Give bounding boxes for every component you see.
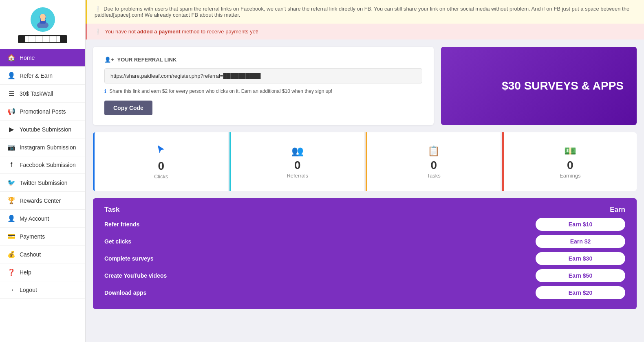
sidebar-label-payments: Payments xyxy=(20,233,45,240)
earnings-header: Task Earn xyxy=(93,198,637,218)
sidebar-icon-help: ❓ xyxy=(7,268,15,276)
task-name-3: Create YouTube videos xyxy=(104,272,167,279)
sidebar-item-home[interactable]: 🏠Home xyxy=(0,49,85,67)
sidebar-icon-cashout: 💰 xyxy=(7,250,15,258)
banner-text: $30 SURVEYS & APPS xyxy=(502,79,624,92)
earnings-row-1: Get clicks Earn $2 xyxy=(104,235,625,248)
stat-card-referrals: 👥 0 Referrals xyxy=(229,132,364,191)
referral-info: ℹ Share this link and earn $2 for every … xyxy=(104,88,422,94)
sidebar-item-taskwall[interactable]: ☰30$ TaskWall xyxy=(0,85,85,103)
sidebar-label-cashout: Cashout xyxy=(20,251,41,258)
tasks-value: 0 xyxy=(430,159,437,172)
earnings-rows: Refer friends Earn $10 Get clicks Earn $… xyxy=(93,218,637,309)
sidebar-label-help: Help xyxy=(20,269,31,276)
col-earn-header: Earn xyxy=(610,206,625,214)
sidebar-item-refer[interactable]: 👤Refer & Earn xyxy=(0,67,85,85)
payment-warning-bold: added a payment xyxy=(137,28,180,35)
sidebar-label-logout: Logout xyxy=(20,287,37,293)
user-plus-icon: 👤+ xyxy=(104,57,114,63)
earnings-icon: 💵 xyxy=(564,145,576,157)
sidebar-label-facebook: Facebook Submission xyxy=(20,162,76,168)
username-bar: ██████████ xyxy=(18,35,67,43)
copy-code-button[interactable]: Copy Code xyxy=(104,101,152,115)
tasks-label: Tasks xyxy=(427,173,441,179)
stat-card-clicks: 0 Clicks xyxy=(93,132,228,191)
sidebar-label-rewards: Rewards Center xyxy=(20,197,61,204)
sidebar-item-youtube[interactable]: ▶Youtube Submission xyxy=(0,121,85,138)
earn-button-4[interactable]: Earn $20 xyxy=(536,286,625,299)
sidebar-icon-instagram: 📷 xyxy=(7,143,15,151)
sidebar-icon-twitter: 🐦 xyxy=(7,179,15,186)
sidebar-icon-home: 🏠 xyxy=(7,54,15,61)
sidebar-icon-facebook: f xyxy=(7,161,15,169)
referral-banner-row: 👤+ YOUR REFERRAL LINK ℹ Share this link … xyxy=(93,47,637,125)
task-name-4: Download apps xyxy=(104,289,146,296)
task-name-2: Complete surveys xyxy=(104,255,154,262)
clicks-icon xyxy=(155,144,167,158)
sidebar-item-payments[interactable]: 💳Payments xyxy=(0,228,85,246)
surveys-banner: $30 SURVEYS & APPS xyxy=(441,47,637,125)
sidebar-icon-logout: → xyxy=(7,286,15,294)
earnings-row-3: Create YouTube videos Earn $50 xyxy=(104,269,625,282)
sidebar-label-youtube: Youtube Submission xyxy=(20,126,71,133)
sidebar-item-facebook[interactable]: fFacebook Submission xyxy=(0,156,85,174)
sidebar: ██████████ 🏠Home👤Refer & Earn☰30$ TaskWa… xyxy=(0,0,86,342)
referrals-label: Referrals xyxy=(287,173,308,179)
stat-card-earnings: 💵 0 Earnings xyxy=(502,132,637,191)
sidebar-label-promo: Promotional Posts xyxy=(20,108,66,115)
sidebar-label-instagram: Instagram Submission xyxy=(20,144,76,151)
avatar xyxy=(31,7,55,32)
payment-warning-prefix: You have not xyxy=(105,28,137,35)
sidebar-profile: ██████████ xyxy=(0,0,85,49)
earnings-row-2: Complete surveys Earn $30 xyxy=(104,252,625,265)
sidebar-item-account[interactable]: 👤My Account xyxy=(0,210,85,228)
sidebar-icon-youtube: ▶ xyxy=(7,125,15,133)
earn-button-0[interactable]: Earn $10 xyxy=(536,218,625,231)
referrals-icon: 👥 xyxy=(291,145,304,157)
clicks-label: Clicks xyxy=(154,173,168,180)
sidebar-item-rewards[interactable]: 🏆Rewards Center xyxy=(0,192,85,210)
sidebar-label-twitter: Twitter Submission xyxy=(20,180,67,186)
facebook-warning-alert: ❕Due to problems with users that spam th… xyxy=(86,0,644,24)
earn-button-1[interactable]: Earn $2 xyxy=(536,235,625,248)
sidebar-label-taskwall: 30$ TaskWall xyxy=(20,90,53,97)
earn-button-3[interactable]: Earn $50 xyxy=(536,269,625,282)
svg-point-2 xyxy=(40,14,46,20)
sidebar-item-instagram[interactable]: 📷Instagram Submission xyxy=(0,138,85,156)
col-task-header: Task xyxy=(104,206,120,214)
sidebar-label-account: My Account xyxy=(20,215,49,222)
info-icon: ℹ xyxy=(104,88,106,94)
earn-button-2[interactable]: Earn $30 xyxy=(536,252,625,265)
sidebar-label-home: Home xyxy=(20,55,35,61)
sidebar-item-logout[interactable]: →Logout xyxy=(0,281,85,299)
svg-rect-4 xyxy=(41,19,45,21)
sidebar-icon-refer: 👤 xyxy=(7,72,15,79)
sidebar-icon-taskwall: ☰ xyxy=(7,90,15,97)
earnings-label: Earnings xyxy=(560,173,580,179)
sidebar-item-help[interactable]: ❓Help xyxy=(0,263,85,281)
referral-title: 👤+ YOUR REFERRAL LINK xyxy=(104,57,422,63)
facebook-warning-text: Due to problems with users that spam the… xyxy=(95,6,629,18)
task-name-0: Refer friends xyxy=(104,221,139,228)
sidebar-item-cashout[interactable]: 💰Cashout xyxy=(0,246,85,263)
warning-icon: ❕ xyxy=(95,6,101,12)
earnings-row-0: Refer friends Earn $10 xyxy=(104,218,625,231)
referral-link-input[interactable] xyxy=(104,68,422,83)
referrals-value: 0 xyxy=(294,159,301,172)
earnings-row-4: Download apps Earn $20 xyxy=(104,286,625,299)
sidebar-icon-rewards: 🏆 xyxy=(7,197,15,204)
sidebar-navigation: 🏠Home👤Refer & Earn☰30$ TaskWall📢Promotio… xyxy=(0,49,85,299)
sidebar-label-refer: Refer & Earn xyxy=(20,72,53,79)
payment-warning-icon: ❕ xyxy=(95,28,101,35)
sidebar-item-promo[interactable]: 📢Promotional Posts xyxy=(0,103,85,121)
sidebar-item-twitter[interactable]: 🐦Twitter Submission xyxy=(0,174,85,192)
main-content: ❕Due to problems with users that spam th… xyxy=(86,0,644,342)
stat-card-tasks: 📋 0 Tasks xyxy=(366,132,501,191)
payment-warning-suffix: method to receive payments yet! xyxy=(181,28,258,35)
stats-row: 0 Clicks 👥 0 Referrals 📋 0 Tasks 💵 0 Ear… xyxy=(93,132,637,191)
referral-card: 👤+ YOUR REFERRAL LINK ℹ Share this link … xyxy=(93,47,434,125)
sidebar-icon-payments: 💳 xyxy=(7,232,15,240)
payment-warning-alert: ❕ You have not added a payment method to… xyxy=(86,24,644,39)
earnings-value: 0 xyxy=(567,159,573,172)
tasks-icon: 📋 xyxy=(428,145,440,157)
